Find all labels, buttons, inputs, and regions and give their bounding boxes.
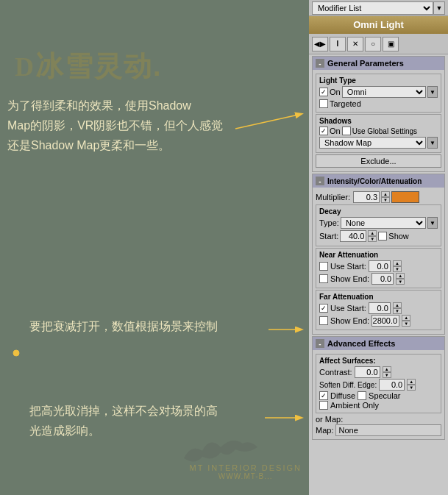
decay-type-select[interactable]: None — [341, 217, 426, 229]
modifier-list-row: Modifier List ▼ — [309, 0, 448, 16]
far-end-input[interactable] — [371, 315, 399, 327]
soften-up[interactable]: ▲ — [407, 379, 416, 385]
far-start-label: Start: — [347, 304, 366, 313]
near-start-up[interactable]: ▲ — [393, 260, 402, 266]
far-start-input[interactable] — [369, 302, 391, 314]
near-start-down[interactable]: ▼ — [393, 266, 402, 272]
general-parameters-header: - General Parameters — [313, 57, 444, 70]
decay-start-down[interactable]: ▼ — [368, 236, 377, 242]
decay-type-row: Type: None ▼ — [319, 217, 438, 229]
soften-input[interactable] — [379, 379, 405, 391]
near-use-checkbox[interactable] — [319, 262, 328, 271]
annotation-1: 要把衰减打开，数值根据场景来控制 — [29, 316, 294, 336]
toolbar-btn-grid[interactable]: ▣ — [383, 37, 399, 51]
use-global-checkbox[interactable] — [342, 127, 351, 135]
toolbar-btn-navigate[interactable]: ◀▶ — [312, 37, 328, 51]
advanced-effects-body: Affect Surfaces: Contrast: ▲ ▼ Soften Di… — [313, 350, 444, 439]
shadow-type-select[interactable]: Shadow Map — [319, 137, 426, 149]
multiplier-down[interactable]: ▼ — [381, 197, 390, 203]
far-start-down[interactable]: ▼ — [393, 308, 402, 314]
contrast-label: Contrast: — [319, 368, 352, 377]
ambient-checkbox[interactable] — [319, 401, 328, 410]
light-type-label: Light Type — [319, 76, 438, 85]
near-end-down[interactable]: ▼ — [396, 279, 405, 285]
affect-surfaces-group: Affect Surfaces: Contrast: ▲ ▼ Soften Di… — [316, 354, 441, 413]
map-button[interactable]: None — [335, 424, 441, 436]
diffuse-checkbox[interactable] — [319, 391, 328, 400]
advanced-effects-collapse[interactable]: - — [316, 339, 324, 348]
affect-surfaces-label: Affect Surfaces: — [319, 357, 438, 365]
near-end-label: End: — [353, 274, 370, 283]
light-type-arrow[interactable]: ▼ — [427, 86, 438, 98]
general-params-collapse[interactable]: - — [316, 59, 324, 68]
shadows-group: Shadows On Use Global Settings Shadow Ma… — [316, 114, 441, 153]
decay-type-label: Type: — [319, 218, 339, 227]
decay-show-checkbox[interactable] — [378, 232, 387, 241]
near-show-checkbox[interactable] — [319, 274, 328, 283]
near-end-up[interactable]: ▲ — [396, 273, 405, 279]
decay-start-spinner[interactable]: ▲ ▼ — [368, 230, 377, 242]
far-start-spinner[interactable]: ▲ ▼ — [393, 302, 402, 314]
use-global-label: Use Global Settings — [352, 127, 417, 135]
light-type-select[interactable]: Omni — [342, 86, 426, 98]
far-use-row: Use Start: ▲ ▼ — [319, 302, 438, 314]
decay-start-row: Start: ▲ ▼ Show — [319, 230, 438, 242]
shadows-label: Shadows — [319, 117, 438, 125]
projector-label: or Map: — [316, 415, 343, 424]
modifier-list-select[interactable]: Modifier List — [312, 1, 433, 15]
modifier-list-arrow[interactable]: ▼ — [433, 1, 445, 15]
bottom-watermark: MT INTERIOR DESIGN WWW.MT-B... — [189, 463, 302, 480]
toolbar-btn-circle[interactable]: ○ — [365, 37, 381, 51]
toolbar: ◀▶ I ✕ ○ ▣ — [309, 34, 448, 54]
multiplier-input[interactable] — [353, 191, 380, 203]
multiplier-label: Multiplier: — [316, 193, 350, 202]
far-use-checkbox[interactable] — [319, 304, 328, 313]
shadows-on-checkbox[interactable] — [319, 127, 328, 135]
contrast-down[interactable]: ▼ — [383, 372, 391, 378]
targeted-row: Targeted — [319, 99, 438, 108]
far-show-checkbox[interactable] — [319, 316, 328, 325]
near-end-input[interactable] — [371, 273, 394, 285]
toolbar-btn-cross[interactable]: ✕ — [347, 37, 363, 51]
far-atten-label: Far Attenuation — [319, 293, 438, 301]
left-panel: D冰雪灵动. 为了得到柔和的效果，使用Shadow Map的阴影，VR阴影也不错… — [0, 0, 309, 495]
far-end-spinner[interactable]: ▲ ▼ — [402, 315, 410, 327]
exclude-button[interactable]: Exclude... — [316, 154, 441, 168]
decay-group: Decay Type: None ▼ Start: ▲ ▼ — [316, 204, 441, 246]
intensity-body: Multiplier: ▲ ▼ Decay Type: None — [313, 188, 444, 334]
advanced-effects-title: Advanced Effects — [327, 339, 395, 348]
far-start-up[interactable]: ▲ — [393, 302, 402, 308]
far-attenuation-group: Far Attenuation Use Start: ▲ ▼ Show — [316, 290, 441, 330]
near-end-spinner[interactable]: ▲ ▼ — [396, 273, 405, 285]
color-swatch[interactable] — [391, 191, 419, 203]
soften-spinner[interactable]: ▲ ▼ — [407, 379, 416, 391]
far-show-row: Show End: ▲ ▼ — [319, 315, 438, 327]
multiplier-spinner[interactable]: ▲ ▼ — [381, 191, 390, 203]
shadows-on-row: On Use Global Settings — [319, 127, 438, 135]
decay-start-up[interactable]: ▲ — [368, 230, 377, 236]
targeted-label: Targeted — [330, 99, 361, 108]
near-use-row: Use Start: ▲ ▼ — [319, 260, 438, 272]
contrast-spinner[interactable]: ▲ ▼ — [383, 366, 391, 378]
near-start-spinner[interactable]: ▲ ▼ — [393, 260, 402, 272]
multiplier-up[interactable]: ▲ — [381, 191, 390, 197]
shadow-type-arrow[interactable]: ▼ — [427, 137, 438, 149]
decay-start-input[interactable] — [340, 230, 366, 242]
soften-down[interactable]: ▼ — [407, 385, 416, 391]
toolbar-btn-i[interactable]: I — [330, 37, 346, 51]
contrast-up[interactable]: ▲ — [383, 366, 391, 372]
specular-checkbox[interactable] — [358, 391, 366, 400]
watermark-text: D冰雪灵动. — [15, 40, 163, 85]
near-start-input[interactable] — [369, 260, 391, 272]
contrast-input[interactable] — [355, 366, 380, 378]
far-end-up[interactable]: ▲ — [402, 315, 410, 321]
far-end-down[interactable]: ▼ — [402, 321, 410, 327]
specular-label: Specular — [369, 391, 400, 400]
decay-start-label: Start: — [319, 232, 338, 241]
on-label: On — [330, 88, 341, 96]
on-checkbox[interactable] — [319, 88, 328, 96]
intensity-collapse[interactable]: - — [316, 177, 324, 185]
targeted-checkbox[interactable] — [319, 99, 328, 108]
decay-type-arrow[interactable]: ▼ — [427, 217, 438, 229]
svg-point-4 — [13, 350, 19, 356]
